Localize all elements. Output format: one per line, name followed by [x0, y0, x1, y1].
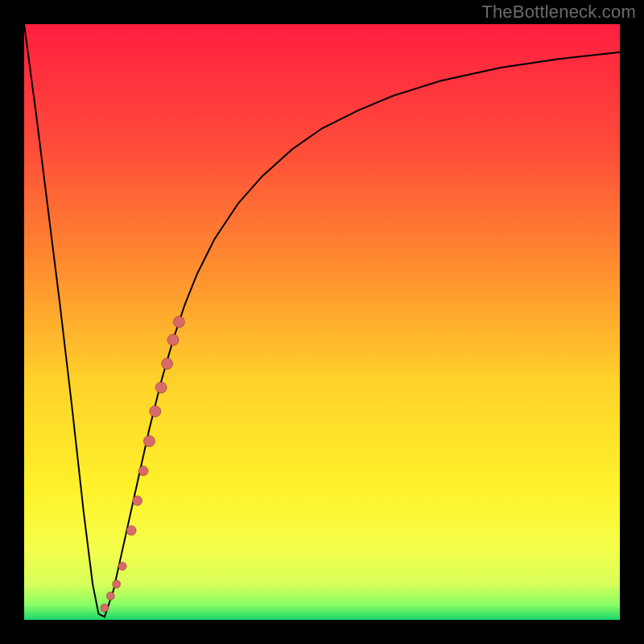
data-dot: [143, 436, 155, 447]
data-dot: [155, 382, 167, 393]
data-dot: [138, 466, 148, 476]
chart-frame: TheBottleneck.com: [0, 0, 644, 644]
data-dot: [106, 592, 114, 600]
data-dot: [113, 580, 121, 588]
data-dot: [101, 604, 109, 612]
data-dot: [150, 406, 161, 417]
watermark-text: TheBottleneck.com: [481, 2, 636, 23]
data-dot: [173, 316, 184, 328]
data-dot: [126, 526, 136, 535]
gradient-background: [24, 24, 620, 620]
data-dot: [118, 562, 126, 570]
bottleneck-plot: [24, 24, 620, 620]
data-dot: [162, 358, 173, 369]
data-dot: [133, 496, 142, 506]
data-dot: [167, 334, 179, 345]
